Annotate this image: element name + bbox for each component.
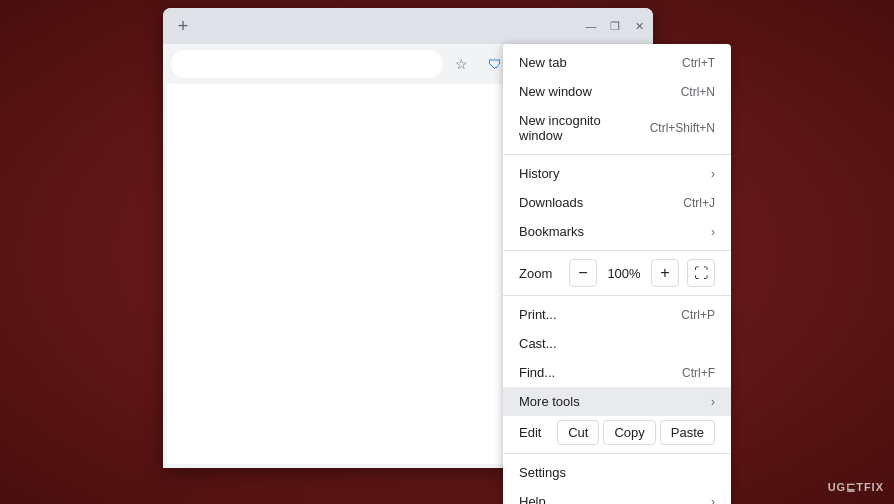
new-window-label: New window (519, 84, 673, 99)
omnibox[interactable] (171, 50, 443, 78)
settings-label: Settings (519, 465, 715, 480)
copy-button[interactable]: Copy (603, 420, 655, 445)
menu-item-new-window[interactable]: New window Ctrl+N (503, 77, 731, 106)
find-label: Find... (519, 365, 674, 380)
window-controls: — ❐ ✕ (585, 20, 645, 32)
cast-label: Cast... (519, 336, 715, 351)
zoom-controls: − 100% + ⛶ (569, 259, 715, 287)
history-arrow: › (711, 167, 715, 181)
edit-row: Edit Cut Copy Paste (503, 416, 731, 449)
paste-button[interactable]: Paste (660, 420, 715, 445)
history-label: History (519, 166, 707, 181)
chrome-menu: New tab Ctrl+T New window Ctrl+N New inc… (503, 44, 731, 504)
menu-item-settings[interactable]: Settings (503, 458, 731, 487)
zoom-row: Zoom − 100% + ⛶ (503, 255, 731, 291)
divider-3 (503, 295, 731, 296)
new-tab-label: New tab (519, 55, 674, 70)
divider-2 (503, 250, 731, 251)
menu-item-cast[interactable]: Cast... (503, 329, 731, 358)
menu-item-more-tools[interactable]: More tools › Save page as... Ctrl+S Crea… (503, 387, 731, 416)
more-tools-label: More tools (519, 394, 707, 409)
zoom-fullscreen-button[interactable]: ⛶ (687, 259, 715, 287)
edit-label: Edit (519, 425, 553, 440)
zoom-value: 100% (605, 266, 643, 281)
cut-button[interactable]: Cut (557, 420, 599, 445)
bookmarks-arrow: › (711, 225, 715, 239)
new-window-shortcut: Ctrl+N (681, 85, 715, 99)
title-bar: + — ❐ ✕ (163, 8, 653, 44)
incognito-shortcut: Ctrl+Shift+N (650, 121, 715, 135)
star-icon[interactable]: ☆ (447, 50, 475, 78)
menu-item-history[interactable]: History › (503, 159, 731, 188)
divider-1 (503, 154, 731, 155)
zoom-plus-button[interactable]: + (651, 259, 679, 287)
new-tab-button[interactable]: + (171, 14, 195, 38)
new-tab-shortcut: Ctrl+T (682, 56, 715, 70)
zoom-label: Zoom (519, 266, 569, 281)
menu-item-bookmarks[interactable]: Bookmarks › (503, 217, 731, 246)
minimize-button[interactable]: — (585, 20, 597, 32)
menu-item-print[interactable]: Print... Ctrl+P (503, 300, 731, 329)
watermark: UG⊑TFIX (828, 481, 884, 494)
incognito-label: New incognito window (519, 113, 642, 143)
menu-item-find[interactable]: Find... Ctrl+F (503, 358, 731, 387)
menu-item-downloads[interactable]: Downloads Ctrl+J (503, 188, 731, 217)
find-shortcut: Ctrl+F (682, 366, 715, 380)
menu-item-new-tab[interactable]: New tab Ctrl+T (503, 48, 731, 77)
menu-item-incognito[interactable]: New incognito window Ctrl+Shift+N (503, 106, 731, 150)
more-tools-arrow: › (711, 395, 715, 409)
close-button[interactable]: ✕ (633, 20, 645, 32)
print-label: Print... (519, 307, 673, 322)
bookmarks-label: Bookmarks (519, 224, 707, 239)
divider-4 (503, 453, 731, 454)
print-shortcut: Ctrl+P (681, 308, 715, 322)
maximize-button[interactable]: ❐ (609, 20, 621, 32)
menu-item-help[interactable]: Help › (503, 487, 731, 504)
help-label: Help (519, 494, 707, 504)
downloads-shortcut: Ctrl+J (683, 196, 715, 210)
zoom-minus-button[interactable]: − (569, 259, 597, 287)
help-arrow: › (711, 495, 715, 505)
downloads-label: Downloads (519, 195, 675, 210)
